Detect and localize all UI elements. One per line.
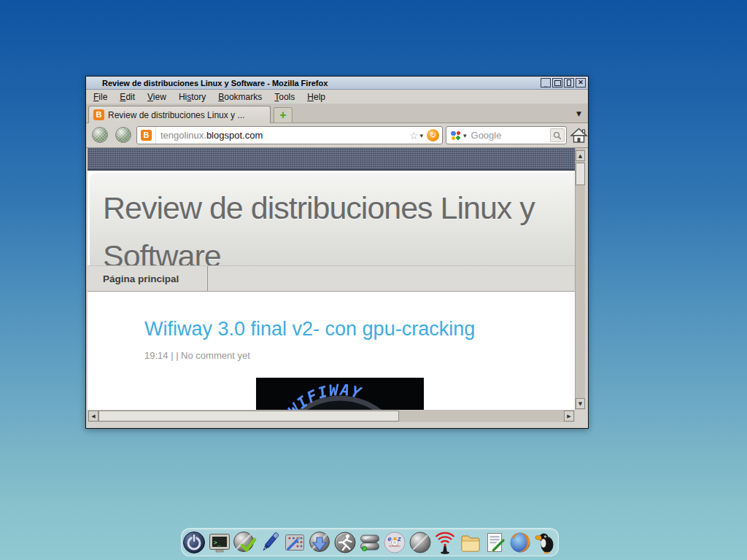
search-box[interactable]: ▾ Google xyxy=(446,126,567,144)
home-icon xyxy=(570,126,588,144)
power-icon[interactable] xyxy=(182,530,206,555)
url-bar[interactable]: B tengolinux.blogspot.com ☆ ▾ ↻ xyxy=(136,126,443,144)
google-icon xyxy=(450,130,461,141)
svg-text:z: z xyxy=(397,535,401,542)
scroll-up-button[interactable]: ▲ xyxy=(576,150,585,161)
post-title-link[interactable]: Wifiway 3.0 final v2- con gpu-cracking xyxy=(144,318,475,341)
home-button[interactable] xyxy=(570,126,588,144)
post-meta: 19:14 | | No comment yet xyxy=(144,350,250,361)
search-engine-dropdown-icon[interactable]: ▾ xyxy=(463,132,467,139)
wifi-antenna-icon[interactable] xyxy=(433,530,457,555)
site-identity[interactable]: B xyxy=(137,127,156,144)
menu-bar: File Edit View History Bookmarks Tools H… xyxy=(86,90,588,104)
blog-title-line1: Review de distribuciones Linux y xyxy=(103,184,575,232)
horizontal-scroll-thumb[interactable] xyxy=(98,411,399,421)
menu-view[interactable]: View xyxy=(147,92,166,102)
tab-bar: B Review de distribuciones Linux y ... +… xyxy=(86,104,588,123)
scroll-right-button[interactable]: ▶ xyxy=(564,411,574,421)
blog-nav-home-link[interactable]: Página principal xyxy=(103,266,179,291)
magnifier-icon xyxy=(553,131,562,140)
scroll-left-button[interactable]: ◀ xyxy=(88,411,98,421)
firefox-window: Review de distribuciones Linux y Softwar… xyxy=(85,76,589,429)
document-edit-icon[interactable] xyxy=(483,530,508,555)
minimize-button[interactable]: _ xyxy=(541,78,551,88)
blog-nav-strip: Página principal xyxy=(88,265,575,292)
back-button[interactable] xyxy=(92,127,108,143)
reload-button[interactable]: ↻ xyxy=(427,129,439,141)
blog-title-line2: Software xyxy=(103,232,575,265)
firefox-icon[interactable] xyxy=(508,530,533,555)
run-icon[interactable] xyxy=(333,530,357,555)
scrollbar-corner xyxy=(575,410,585,422)
harddisk-icon[interactable] xyxy=(357,530,382,555)
url-dropdown-icon[interactable]: ▾ xyxy=(419,132,423,139)
blog-title: Review de distribuciones Linux y Softwar… xyxy=(90,172,575,265)
navigation-toolbar: B tengolinux.blogspot.com ☆ ▾ ↻ ▾ Google xyxy=(86,123,588,148)
cd-remaster-icon[interactable]: e z remaster xyxy=(382,530,407,555)
window-titlebar[interactable]: Review de distribuciones Linux y Softwar… xyxy=(86,77,588,90)
close-button[interactable]: ✕ xyxy=(576,78,586,88)
toucan-icon[interactable] xyxy=(533,530,558,555)
terminal-icon[interactable]: >_ xyxy=(207,530,232,555)
pen-icon[interactable] xyxy=(258,530,282,555)
blog-title-card: Review de distribuciones Linux y Softwar… xyxy=(90,172,575,265)
forward-button[interactable] xyxy=(115,127,131,143)
url-text[interactable]: tengolinux.blogspot.com xyxy=(156,130,409,141)
download-sphere-icon[interactable] xyxy=(307,530,332,555)
horizontal-scrollbar[interactable]: ◀ ▶ xyxy=(88,410,575,422)
bookmark-star-icon[interactable]: ☆ xyxy=(409,130,419,141)
control-panel-icon[interactable] xyxy=(282,530,307,555)
menu-bookmarks[interactable]: Bookmarks xyxy=(218,92,262,102)
application-dock: >_ xyxy=(181,528,559,556)
menu-help[interactable]: Help xyxy=(307,92,325,102)
search-input[interactable]: Google xyxy=(471,130,550,141)
menu-history[interactable]: History xyxy=(179,92,206,102)
svg-text:>_: >_ xyxy=(214,539,221,545)
scroll-down-button[interactable]: ▼ xyxy=(576,398,585,409)
search-go-button[interactable] xyxy=(550,128,565,142)
tab-title: Review de distribuciones Linux y ... xyxy=(108,110,244,120)
window-title: Review de distribuciones Linux y Softwar… xyxy=(102,79,328,88)
active-tab[interactable]: B Review de distribuciones Linux y ... xyxy=(88,106,271,123)
page-viewport: Review de distribuciones Linux y Softwar… xyxy=(88,148,575,410)
new-tab-button[interactable]: + xyxy=(274,107,293,123)
sphere-icon[interactable] xyxy=(408,530,433,555)
menu-file[interactable]: File xyxy=(93,92,107,102)
blog-nav-separator xyxy=(207,266,208,291)
tab-list-dropdown[interactable]: ▼ xyxy=(576,110,581,117)
folder-icon[interactable] xyxy=(458,530,483,555)
window-controls: _ ✕ xyxy=(541,78,586,88)
menu-edit[interactable]: Edit xyxy=(120,92,135,102)
shade-button[interactable] xyxy=(564,78,574,88)
maximize-icon xyxy=(554,80,561,86)
svg-text:e: e xyxy=(388,535,392,542)
svg-text:remaster: remaster xyxy=(389,544,400,548)
shade-icon xyxy=(567,79,571,86)
blogger-favicon: B xyxy=(93,109,104,120)
vertical-scroll-thumb[interactable] xyxy=(576,163,585,185)
menu-tools[interactable]: Tools xyxy=(274,92,295,102)
desktop-background: Review de distribuciones Linux y Softwar… xyxy=(0,0,747,560)
check-sphere-icon[interactable] xyxy=(232,530,257,555)
vertical-scrollbar[interactable]: ▲ ▼ xyxy=(575,148,585,410)
post-image-wifiway-watch[interactable]: WIFIWAY xyxy=(256,378,424,410)
blog-header-texture xyxy=(88,148,575,171)
maximize-button[interactable] xyxy=(552,78,562,88)
plus-icon: + xyxy=(279,109,286,121)
blogger-favicon: B xyxy=(141,130,152,141)
